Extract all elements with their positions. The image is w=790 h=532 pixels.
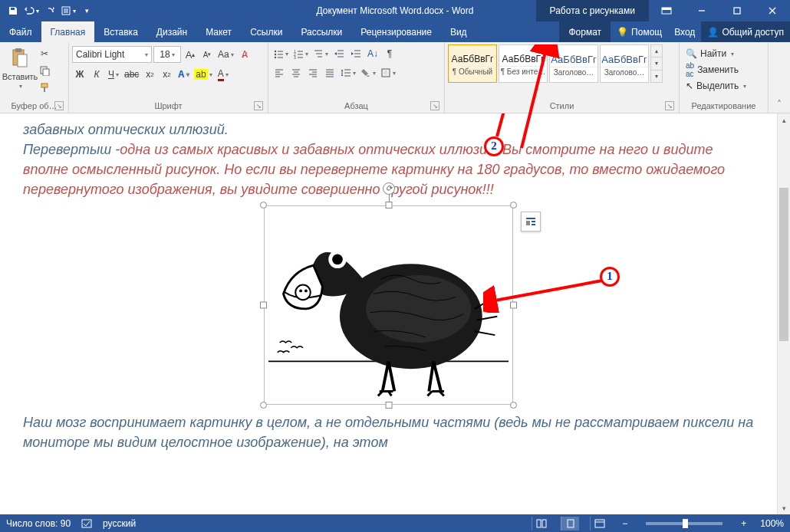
svg-point-27 — [304, 290, 308, 293]
multilevel-icon[interactable]: ▾ — [311, 46, 330, 61]
proofing-icon[interactable] — [81, 518, 92, 529]
resize-handle-icon[interactable] — [510, 302, 517, 309]
undo-icon[interactable]: ▾ — [23, 2, 40, 19]
web-layout-icon[interactable] — [590, 517, 608, 530]
tab-view[interactable]: Вид — [441, 21, 476, 42]
group-font: Calibri Light▾ 18▾ A▴ A▾ Aa▾ A̷ Ж К Ч▾ a… — [69, 42, 268, 113]
minimize-icon[interactable] — [684, 0, 719, 21]
numbering-icon[interactable]: 123▾ — [291, 46, 310, 61]
ribbon-display-icon[interactable] — [649, 0, 684, 21]
style-normal[interactable]: АаБбВвГг¶ Обычный — [448, 44, 497, 83]
tab-file[interactable]: Файл — [0, 21, 41, 42]
bullets-icon[interactable]: ▾ — [272, 46, 290, 61]
bold-icon[interactable]: Ж — [72, 67, 87, 82]
strike-icon[interactable]: abc — [123, 67, 140, 82]
dialog-launcher-icon[interactable]: ↘ — [665, 101, 674, 110]
resize-handle-icon[interactable] — [260, 302, 267, 309]
borders-icon[interactable]: ▾ — [379, 65, 397, 80]
style-heading2[interactable]: АаБбВвГгЗаголово… — [600, 44, 649, 83]
justify-icon[interactable] — [322, 65, 337, 80]
maximize-icon[interactable] — [719, 0, 755, 21]
select-button[interactable]: ↖Выделить▾ — [683, 78, 749, 94]
scroll-up-icon[interactable]: ▴ — [778, 113, 790, 126]
read-mode-icon[interactable] — [532, 517, 550, 530]
style-nospacing[interactable]: АаБбВвГг¶ Без инте… — [499, 44, 548, 83]
zoom-thumb[interactable] — [683, 519, 688, 528]
shading-icon[interactable]: ▾ — [359, 65, 377, 80]
resize-handle-icon[interactable] — [260, 402, 267, 409]
scroll-thumb[interactable] — [779, 188, 788, 341]
close-icon[interactable] — [755, 0, 790, 21]
language-button[interactable]: русский — [103, 518, 136, 529]
resize-handle-icon[interactable] — [510, 402, 517, 409]
find-button[interactable]: 🔍Найти▾ — [683, 46, 749, 61]
align-right-icon[interactable] — [305, 65, 321, 80]
svg-rect-34 — [532, 224, 535, 225]
styles-more[interactable]: ▴▾▾ — [650, 44, 663, 83]
paragraph-marks-icon[interactable]: ¶ — [382, 46, 397, 61]
align-left-icon[interactable] — [272, 65, 287, 80]
replace-button[interactable]: abacЗаменить — [683, 62, 749, 77]
underline-icon[interactable]: Ч▾ — [106, 67, 121, 82]
qat-customize-icon[interactable]: ▾ — [78, 2, 95, 19]
format-painter-icon[interactable] — [37, 80, 52, 95]
dialog-launcher-icon[interactable]: ↘ — [254, 101, 263, 110]
vertical-scrollbar[interactable]: ▴ ▾ — [777, 113, 790, 514]
qat-button[interactable]: ▾ — [60, 2, 77, 19]
zoom-slider[interactable] — [646, 522, 723, 525]
save-icon[interactable] — [5, 2, 21, 19]
subscript-icon[interactable]: x2 — [142, 67, 157, 82]
sort-icon[interactable]: A↓ — [365, 46, 380, 61]
share-button[interactable]: 👤Общий доступ — [701, 21, 790, 42]
print-layout-icon[interactable] — [561, 517, 579, 530]
layout-options-icon[interactable] — [521, 212, 541, 232]
resize-handle-icon[interactable] — [385, 202, 392, 209]
title-bar: ▾ ▾ ▾ Документ Microsoft Word.docx - Wor… — [0, 0, 790, 21]
tab-layout[interactable]: Макет — [196, 21, 241, 42]
group-title: Буфер об…↘ — [3, 100, 65, 113]
font-size-select[interactable]: 18▾ — [153, 46, 181, 63]
italic-icon[interactable]: К — [89, 67, 104, 82]
scroll-down-icon[interactable]: ▾ — [778, 501, 790, 514]
decrease-indent-icon[interactable] — [331, 46, 347, 61]
tab-references[interactable]: Ссылки — [241, 21, 291, 42]
change-case-icon[interactable]: Aa▾ — [216, 47, 235, 62]
clear-format-icon[interactable]: A̷ — [237, 47, 252, 62]
cut-icon[interactable]: ✂ — [37, 46, 52, 61]
zoom-out-icon[interactable]: − — [619, 518, 630, 529]
font-name-select[interactable]: Calibri Light▾ — [72, 46, 152, 63]
tab-mailings[interactable]: Рассылки — [291, 21, 351, 42]
zoom-level[interactable]: 100% — [760, 518, 784, 529]
word-count[interactable]: Число слов: 90 — [6, 518, 71, 529]
grow-font-icon[interactable]: A▴ — [183, 47, 198, 62]
tab-home[interactable]: Главная — [41, 21, 95, 42]
resize-handle-icon[interactable] — [510, 202, 517, 209]
highlight-icon[interactable]: ab▾ — [193, 67, 213, 82]
line-spacing-icon[interactable]: ▾ — [339, 65, 357, 80]
rotate-handle-icon[interactable]: ⟳ — [383, 182, 395, 195]
font-color-icon[interactable]: A▾ — [216, 67, 231, 82]
tab-design[interactable]: Дизайн — [147, 21, 196, 42]
increase-indent-icon[interactable] — [348, 46, 364, 61]
svg-point-25 — [295, 285, 311, 300]
align-center-icon[interactable] — [288, 65, 304, 80]
document-page[interactable]: забавных оптических иллюзий. Перевертыш … — [0, 113, 777, 514]
dialog-launcher-icon[interactable]: ↘ — [430, 101, 439, 110]
signin-button[interactable]: Вход — [668, 21, 701, 42]
shrink-font-icon[interactable]: A▾ — [199, 47, 215, 62]
resize-handle-icon[interactable] — [385, 402, 392, 409]
redo-icon[interactable] — [41, 2, 58, 19]
dialog-launcher-icon[interactable]: ↘ — [54, 101, 64, 110]
paste-button[interactable]: Вставить▾ — [3, 44, 37, 90]
superscript-icon[interactable]: x2 — [159, 67, 174, 82]
tab-insert[interactable]: Вставка — [94, 21, 147, 42]
collapse-ribbon-icon[interactable]: ˄ — [769, 42, 790, 113]
zoom-in-icon[interactable]: + — [738, 518, 749, 529]
style-heading1[interactable]: АаБбВвГгЗаголово… — [549, 44, 598, 83]
selected-image[interactable]: ⟳ — [264, 205, 513, 405]
text-effects-icon[interactable]: A▾ — [176, 67, 191, 82]
tell-me-button[interactable]: 💡Помощ — [611, 21, 668, 42]
tab-review[interactable]: Рецензирование — [351, 21, 441, 42]
tab-format[interactable]: Формат — [559, 21, 611, 42]
copy-icon[interactable] — [37, 63, 52, 78]
